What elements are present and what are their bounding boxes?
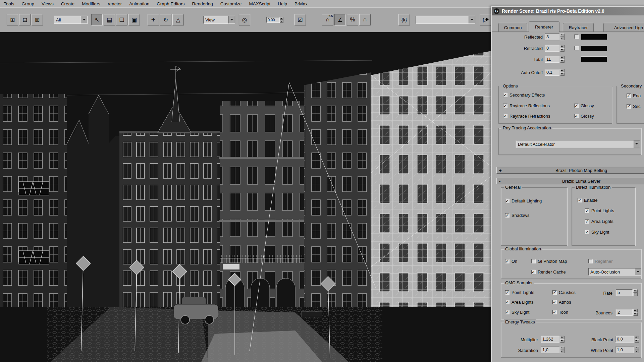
- auto-cutoff-spinner[interactable]: [560, 69, 565, 76]
- ray-accel-dropdown[interactable]: Default Accelerator: [516, 140, 640, 148]
- menu-group[interactable]: Group: [18, 1, 38, 6]
- reference-coordinate-dropdown[interactable]: View: [203, 16, 235, 24]
- chevron-down-icon[interactable]: [228, 16, 235, 23]
- reflected-spinner[interactable]: [560, 34, 565, 40]
- auto-cutoff-field[interactable]: 0,1: [545, 69, 559, 76]
- offset-value-field[interactable]: 0.00: [266, 17, 280, 23]
- dialog-titlebar[interactable]: G Render Scene: Brazil r/s Pro-Beta Edit…: [492, 7, 644, 15]
- multiplier-spinner[interactable]: [560, 336, 565, 343]
- reflected-color-swatch[interactable]: [581, 34, 607, 40]
- toolbar-overflow-arrow[interactable]: [486, 17, 489, 21]
- total-field[interactable]: 11: [545, 56, 559, 63]
- reflected-fog-checkbox[interactable]: [574, 35, 579, 39]
- chevron-down-icon[interactable]: [81, 16, 87, 23]
- rate-spinner[interactable]: [633, 289, 638, 296]
- tab-advanced-lighting[interactable]: Advanced Ligh: [603, 23, 644, 32]
- viewport[interactable]: [0, 32, 491, 362]
- rate-field[interactable]: 5: [616, 289, 633, 296]
- gi-render-cache-checkbox[interactable]: ✓: [531, 270, 536, 274]
- saturation-field[interactable]: 1,0: [541, 347, 559, 353]
- select-scale-icon[interactable]: △: [172, 14, 184, 25]
- menu-graph-editors[interactable]: Graph Editors: [153, 1, 188, 6]
- select-manipulate-icon[interactable]: ☑: [294, 14, 306, 25]
- reflected-field[interactable]: 3: [545, 34, 559, 40]
- tab-renderer[interactable]: Renderer: [529, 21, 559, 32]
- qmc-atmos-checkbox[interactable]: ✓: [552, 300, 557, 304]
- saturation-spinner[interactable]: [560, 347, 565, 353]
- total-color-swatch[interactable]: [581, 56, 607, 62]
- chevron-down-icon[interactable]: [469, 16, 475, 23]
- di-sky-light-checkbox[interactable]: ✓: [585, 230, 589, 234]
- refracted-spinner[interactable]: [560, 45, 565, 52]
- qmc-toon-checkbox[interactable]: ✓: [552, 310, 557, 314]
- offset-spinner-arrows[interactable]: [280, 17, 283, 23]
- multiplier-field[interactable]: 1,262: [541, 336, 559, 343]
- gi-photon-map-checkbox[interactable]: [531, 259, 536, 263]
- gi-regather-checkbox[interactable]: [588, 259, 593, 263]
- default-lighting-checkbox[interactable]: ✓: [505, 199, 509, 203]
- keyboard-override-icon[interactable]: {k}: [398, 14, 410, 25]
- glossy-refractions-checkbox[interactable]: ✓: [574, 114, 579, 118]
- qmc-area-lights-checkbox[interactable]: ✓: [505, 300, 509, 304]
- bounces-field[interactable]: 2: [616, 309, 633, 316]
- menu-create[interactable]: Create: [57, 1, 78, 6]
- chevron-down-icon[interactable]: [635, 268, 641, 275]
- di-area-lights-checkbox[interactable]: ✓: [585, 219, 589, 224]
- secondary-enable-checkbox[interactable]: ✓: [627, 94, 631, 98]
- qmc-point-lights-checkbox[interactable]: ✓: [505, 290, 509, 295]
- select-by-name-icon[interactable]: ▤: [104, 14, 115, 25]
- raytrace-refractions-checkbox[interactable]: ✓: [503, 114, 507, 118]
- window-crossing-icon[interactable]: ▣: [128, 14, 140, 25]
- refracted-color-swatch[interactable]: [581, 45, 607, 51]
- snap-toggle-icon[interactable]: ∩ 2.5: [322, 14, 333, 25]
- refracted-fog-checkbox[interactable]: [574, 46, 579, 50]
- auto-occlusion-dropdown[interactable]: Auto-Occlusion: [588, 268, 641, 276]
- menu-views[interactable]: Views: [38, 1, 57, 6]
- tab-raytracer[interactable]: Raytracer: [563, 23, 594, 32]
- secondary-sec-checkbox[interactable]: ✓: [627, 104, 631, 109]
- menu-rendering[interactable]: Rendering: [189, 1, 217, 6]
- glossy-reflections-checkbox[interactable]: ✓: [574, 104, 579, 108]
- gi-on-checkbox[interactable]: ✓: [505, 259, 509, 263]
- selection-filter-dropdown[interactable]: All: [54, 16, 88, 24]
- select-rotate-icon[interactable]: ↻: [160, 14, 171, 25]
- menu-brmax[interactable]: BrMax: [291, 1, 311, 6]
- raytrace-reflections-checkbox[interactable]: ✓: [503, 104, 507, 108]
- named-selection-dropdown[interactable]: [416, 16, 475, 24]
- percent-snap-icon[interactable]: %: [347, 14, 358, 25]
- unlink-selection-icon[interactable]: ⊟: [19, 14, 31, 25]
- select-move-icon[interactable]: +: [148, 14, 159, 25]
- bind-to-spacewarp-icon[interactable]: ⊠: [32, 14, 43, 25]
- bounces-spinner[interactable]: [633, 309, 638, 316]
- di-point-lights-checkbox[interactable]: ✓: [585, 208, 589, 213]
- white-point-field[interactable]: 1,0: [615, 347, 634, 353]
- qmc-sky-light-checkbox[interactable]: ✓: [505, 310, 509, 314]
- secondary-effects-checkbox[interactable]: ✓: [503, 93, 507, 97]
- rollup-expand-icon[interactable]: +: [499, 168, 502, 173]
- white-point-spinner[interactable]: [635, 347, 639, 353]
- rollup-collapse-icon[interactable]: -: [499, 179, 500, 184]
- total-spinner[interactable]: [560, 56, 565, 63]
- qmc-caustics-checkbox[interactable]: ✓: [552, 290, 557, 295]
- menu-help[interactable]: Help: [274, 1, 291, 6]
- select-object-icon[interactable]: ↖: [91, 14, 103, 25]
- menu-customize[interactable]: Customize: [217, 1, 246, 6]
- chevron-down-icon[interactable]: [634, 140, 640, 148]
- refracted-field[interactable]: 8: [545, 45, 559, 52]
- shadows-checkbox[interactable]: ✓: [505, 213, 509, 218]
- tab-common[interactable]: Common: [498, 23, 527, 32]
- menu-modifiers[interactable]: Modifiers: [78, 1, 104, 6]
- menu-animation[interactable]: Animation: [125, 1, 153, 6]
- selection-region-icon[interactable]: ☐: [116, 14, 127, 25]
- menu-maxscript[interactable]: MAXScript: [246, 1, 274, 6]
- menu-reactor[interactable]: reactor: [104, 1, 125, 6]
- black-point-field[interactable]: 0,0: [615, 336, 634, 343]
- mirror-icon[interactable]: ▷: [480, 14, 491, 25]
- di-enable-checkbox[interactable]: ✓: [578, 198, 582, 202]
- select-and-link-icon[interactable]: ⊞: [7, 14, 18, 25]
- spinner-snap-icon[interactable]: ∩: [359, 14, 371, 25]
- menu-tools[interactable]: Tools: [0, 1, 18, 6]
- angle-snap-icon[interactable]: ∠: [334, 14, 346, 25]
- rollup-luma-server[interactable]: - Brazil: Luma Server: [496, 178, 644, 184]
- black-point-spinner[interactable]: [635, 336, 639, 343]
